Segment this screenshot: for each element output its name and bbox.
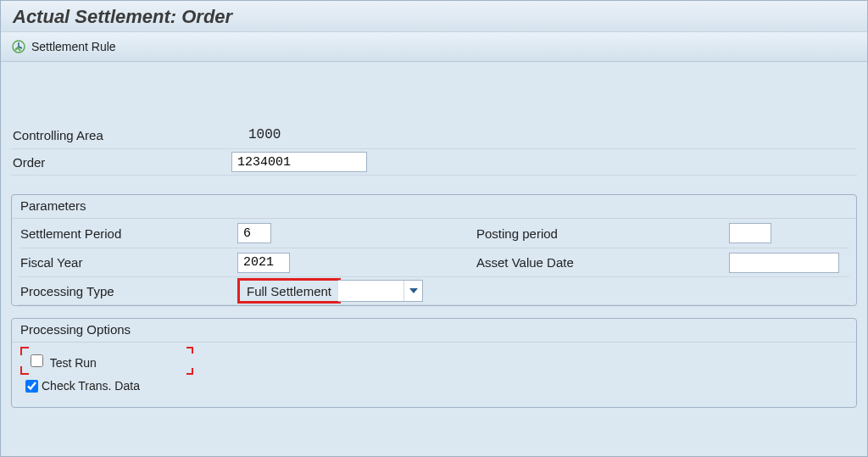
settlement-period-label: Settlement Period xyxy=(19,226,237,241)
controlling-area-label: Controlling Area xyxy=(11,128,231,142)
check-trans-checkbox[interactable] xyxy=(25,380,38,393)
app-window: Actual Settlement: Order Settlement Rule… xyxy=(0,0,868,457)
parameters-panel: Parameters Settlement Period Posting per… xyxy=(11,194,857,306)
controlling-area-value: 1000 xyxy=(231,127,281,142)
settlement-rule-icon[interactable] xyxy=(11,39,26,54)
order-label: Order xyxy=(11,155,231,170)
toolbar: Settlement Rule xyxy=(1,31,867,62)
posting-period-input[interactable] xyxy=(729,223,771,243)
fiscal-year-input[interactable] xyxy=(237,253,290,273)
asset-value-date-input[interactable] xyxy=(729,253,839,273)
fiscal-year-label: Fiscal Year xyxy=(19,255,237,270)
processing-type-value: Full Settlement xyxy=(242,284,337,298)
processing-options-legend: Processing Options xyxy=(12,319,856,343)
parameters-legend: Parameters xyxy=(12,195,856,219)
test-run-label: Test Run xyxy=(50,356,97,370)
check-trans-label: Check Trans. Data xyxy=(42,379,140,393)
processing-type-dropdown[interactable] xyxy=(338,280,423,302)
processing-options-panel: Processing Options Test Run Check Trans.… xyxy=(11,318,857,408)
chevron-down-icon xyxy=(403,281,422,301)
asset-value-date-label: Asset Value Date xyxy=(475,255,729,270)
settlement-period-input[interactable] xyxy=(237,223,271,243)
processing-type-highlight: Full Settlement xyxy=(237,278,341,304)
test-run-checkbox[interactable] xyxy=(31,354,43,367)
processing-type-label: Processing Type xyxy=(19,284,237,298)
settlement-rule-button[interactable]: Settlement Rule xyxy=(31,40,116,53)
posting-period-label: Posting period xyxy=(475,226,729,241)
order-input[interactable] xyxy=(231,152,367,172)
header-fields: Controlling Area 1000 Order xyxy=(11,121,857,176)
test-run-highlight: Test Run xyxy=(22,348,192,373)
page-title: Actual Settlement: Order xyxy=(1,1,867,31)
